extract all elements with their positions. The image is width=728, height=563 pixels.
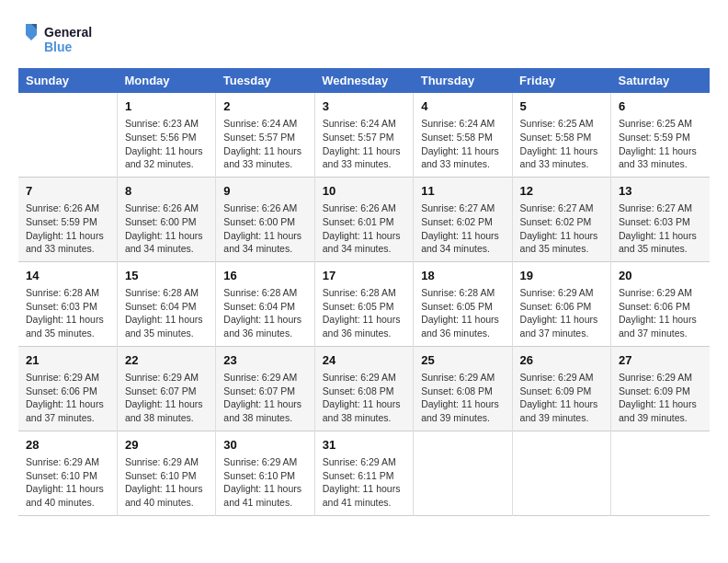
cell-info: and 34 minutes. bbox=[223, 242, 306, 256]
cell-info: Daylight: 11 hours bbox=[323, 313, 405, 327]
day-number: 17 bbox=[323, 268, 405, 284]
cell-info: Daylight: 11 hours bbox=[520, 313, 603, 327]
calendar-cell: 30Sunrise: 6:29 AMSunset: 6:10 PMDayligh… bbox=[216, 431, 314, 515]
cell-info: Sunset: 6:08 PM bbox=[421, 385, 504, 398]
calendar-cell: 11Sunrise: 6:27 AMSunset: 6:02 PMDayligh… bbox=[414, 177, 512, 261]
calendar-cell: 2Sunrise: 6:24 AMSunset: 5:57 PMDaylight… bbox=[216, 93, 314, 177]
cell-info: Daylight: 11 hours bbox=[223, 313, 306, 327]
week-row: 14Sunrise: 6:28 AMSunset: 6:03 PMDayligh… bbox=[18, 261, 710, 346]
calendar-cell: 8Sunrise: 6:26 AMSunset: 6:00 PMDaylight… bbox=[117, 177, 215, 261]
cell-info: Sunset: 6:09 PM bbox=[520, 385, 603, 398]
day-number: 23 bbox=[223, 352, 306, 369]
cell-info: Sunrise: 6:26 AM bbox=[125, 201, 208, 215]
cell-info: Sunset: 6:02 PM bbox=[421, 215, 504, 229]
cell-info: Daylight: 11 hours bbox=[520, 229, 603, 243]
cell-info: Daylight: 11 hours bbox=[223, 397, 306, 411]
cell-info: Sunset: 6:06 PM bbox=[520, 300, 603, 314]
cell-info: Sunset: 6:07 PM bbox=[125, 385, 208, 398]
cell-info: Sunrise: 6:29 AM bbox=[125, 455, 208, 469]
calendar-cell: 19Sunrise: 6:29 AMSunset: 6:06 PMDayligh… bbox=[512, 261, 610, 346]
cell-info: Sunset: 6:03 PM bbox=[26, 300, 109, 314]
cell-info: Sunset: 6:10 PM bbox=[125, 469, 208, 483]
cell-info: Daylight: 11 hours bbox=[323, 144, 405, 158]
week-row: 28Sunrise: 6:29 AMSunset: 6:10 PMDayligh… bbox=[18, 431, 710, 515]
cell-info: Sunrise: 6:29 AM bbox=[323, 455, 405, 469]
cell-info: Daylight: 11 hours bbox=[421, 313, 504, 327]
calendar-header-row: SundayMondayTuesdayWednesdayThursdayFrid… bbox=[18, 68, 710, 93]
day-number: 7 bbox=[26, 183, 109, 200]
cell-info: and 38 minutes. bbox=[125, 411, 208, 425]
cell-info: Sunset: 6:11 PM bbox=[323, 469, 405, 483]
calendar-table: SundayMondayTuesdayWednesdayThursdayFrid… bbox=[18, 68, 710, 516]
cell-info: Sunset: 6:05 PM bbox=[421, 300, 504, 314]
cell-info: and 35 minutes. bbox=[26, 327, 109, 340]
calendar-cell: 29Sunrise: 6:29 AMSunset: 6:10 PMDayligh… bbox=[117, 431, 215, 515]
calendar-cell: 16Sunrise: 6:28 AMSunset: 6:04 PMDayligh… bbox=[216, 261, 314, 346]
cell-info: Sunset: 5:57 PM bbox=[323, 131, 405, 144]
cell-info: and 40 minutes. bbox=[26, 496, 109, 510]
cell-info: Sunset: 6:10 PM bbox=[26, 469, 109, 483]
calendar-cell: 4Sunrise: 6:24 AMSunset: 5:58 PMDaylight… bbox=[414, 93, 512, 177]
cell-info: and 38 minutes. bbox=[323, 411, 405, 425]
day-number: 24 bbox=[323, 352, 405, 369]
column-header-saturday: Saturday bbox=[611, 68, 710, 93]
cell-info: Sunset: 6:10 PM bbox=[223, 469, 306, 483]
cell-info: Daylight: 11 hours bbox=[421, 397, 504, 411]
cell-info: and 41 minutes. bbox=[323, 496, 405, 510]
cell-info: Sunset: 6:02 PM bbox=[520, 215, 603, 229]
cell-info: Sunrise: 6:29 AM bbox=[421, 371, 504, 385]
cell-info: Sunrise: 6:29 AM bbox=[26, 371, 109, 385]
cell-info: Sunrise: 6:27 AM bbox=[520, 201, 603, 215]
calendar-cell: 13Sunrise: 6:27 AMSunset: 6:03 PMDayligh… bbox=[611, 177, 710, 261]
cell-info: Sunset: 6:03 PM bbox=[619, 215, 702, 229]
cell-info: Daylight: 11 hours bbox=[323, 397, 405, 411]
column-header-friday: Friday bbox=[512, 68, 610, 93]
calendar-cell: 20Sunrise: 6:29 AMSunset: 6:06 PMDayligh… bbox=[611, 261, 710, 346]
day-number: 29 bbox=[125, 437, 208, 454]
cell-info: Sunset: 6:00 PM bbox=[223, 215, 306, 229]
week-row: 21Sunrise: 6:29 AMSunset: 6:06 PMDayligh… bbox=[18, 346, 710, 431]
cell-info: Sunset: 5:56 PM bbox=[125, 131, 208, 144]
calendar-cell: 27Sunrise: 6:29 AMSunset: 6:09 PMDayligh… bbox=[611, 346, 710, 431]
cell-info: Daylight: 11 hours bbox=[421, 144, 504, 158]
cell-info: and 36 minutes. bbox=[223, 327, 306, 340]
day-number: 5 bbox=[520, 98, 603, 115]
calendar-cell bbox=[18, 93, 117, 177]
column-header-thursday: Thursday bbox=[414, 68, 512, 93]
cell-info: and 35 minutes. bbox=[125, 327, 208, 340]
calendar-cell: 6Sunrise: 6:25 AMSunset: 5:59 PMDaylight… bbox=[611, 93, 710, 177]
day-number: 1 bbox=[125, 98, 208, 115]
cell-info: Sunrise: 6:24 AM bbox=[323, 117, 405, 131]
cell-info: Sunrise: 6:25 AM bbox=[520, 117, 603, 131]
calendar-cell: 15Sunrise: 6:28 AMSunset: 6:04 PMDayligh… bbox=[117, 261, 215, 346]
cell-info: Sunset: 5:58 PM bbox=[520, 131, 603, 144]
cell-info: Sunrise: 6:28 AM bbox=[421, 286, 504, 300]
cell-info: and 41 minutes. bbox=[223, 496, 306, 510]
day-number: 3 bbox=[323, 98, 405, 115]
calendar-cell: 21Sunrise: 6:29 AMSunset: 6:06 PMDayligh… bbox=[18, 346, 117, 431]
logo-svg: General Blue bbox=[18, 18, 110, 59]
cell-info: Sunrise: 6:26 AM bbox=[26, 201, 109, 215]
cell-info: Daylight: 11 hours bbox=[26, 397, 109, 411]
cell-info: Daylight: 11 hours bbox=[421, 229, 504, 243]
cell-info: Daylight: 11 hours bbox=[619, 313, 702, 327]
week-row: 1Sunrise: 6:23 AMSunset: 5:56 PMDaylight… bbox=[18, 93, 710, 177]
cell-info: Sunset: 6:04 PM bbox=[223, 300, 306, 314]
cell-info: and 38 minutes. bbox=[223, 411, 306, 425]
cell-info: Daylight: 11 hours bbox=[125, 313, 208, 327]
calendar-cell: 14Sunrise: 6:28 AMSunset: 6:03 PMDayligh… bbox=[18, 261, 117, 346]
day-number: 19 bbox=[520, 268, 603, 284]
page-header: General Blue bbox=[18, 18, 710, 59]
calendar-cell: 31Sunrise: 6:29 AMSunset: 6:11 PMDayligh… bbox=[314, 431, 413, 515]
cell-info: Sunset: 6:06 PM bbox=[26, 385, 109, 398]
cell-info: and 33 minutes. bbox=[223, 157, 306, 171]
cell-info: Sunrise: 6:29 AM bbox=[223, 455, 306, 469]
cell-info: Sunrise: 6:23 AM bbox=[125, 117, 208, 131]
cell-info: Daylight: 11 hours bbox=[619, 144, 702, 158]
day-number: 26 bbox=[520, 352, 603, 369]
cell-info: and 37 minutes. bbox=[26, 411, 109, 425]
cell-info: Sunrise: 6:24 AM bbox=[223, 117, 306, 131]
cell-info: and 39 minutes. bbox=[520, 411, 603, 425]
cell-info: and 34 minutes. bbox=[323, 242, 405, 256]
column-header-wednesday: Wednesday bbox=[314, 68, 413, 93]
